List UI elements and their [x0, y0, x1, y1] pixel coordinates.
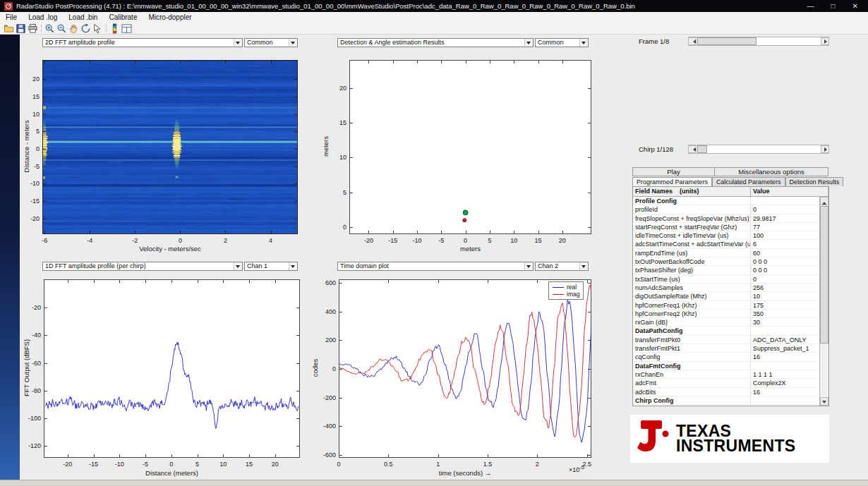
param-row[interactable]: Chirp Config	[633, 396, 819, 405]
param-field: profileId	[633, 205, 751, 213]
chevron-down-icon[interactable]	[289, 262, 297, 270]
scroll-up-arrow-icon[interactable]	[820, 197, 828, 205]
maximize-button[interactable]: □	[831, 2, 836, 10]
param-value: 0	[751, 275, 819, 283]
param-row[interactable]: hpfCornerFreq2 (Khz)350	[633, 310, 819, 318]
chevron-down-icon[interactable]	[234, 39, 242, 47]
plot-p1-channel-select[interactable]: Common	[244, 38, 298, 47]
x-tick-label: 2	[536, 461, 539, 468]
chevron-down-icon[interactable]	[579, 39, 588, 47]
param-row[interactable]: rxChanEn1 1 1 1	[633, 370, 819, 379]
zoom-in-icon[interactable]	[44, 23, 56, 34]
frame-slider-right-arrow-icon[interactable]	[821, 37, 829, 45]
menu-micro-doppler[interactable]: Micro-doppler	[143, 13, 197, 21]
menu-file[interactable]: File	[0, 13, 23, 21]
param-field: txStartTime (us)	[633, 275, 751, 283]
param-field: startFreqConst + startFreqVar (Ghz)	[633, 223, 751, 231]
param-row[interactable]: txStartTime (us)0	[633, 275, 819, 284]
param-value	[751, 197, 819, 205]
frame-slider-thumb[interactable]	[697, 37, 757, 45]
param-row[interactable]: hpfCornerFreq1 (Khz)175	[633, 301, 819, 310]
param-row[interactable]: idleTimeConst + idleTimeVar (us)100	[633, 231, 819, 240]
menu-calibrate[interactable]: Calibrate	[103, 13, 143, 21]
plot-p3-axes	[44, 279, 300, 458]
param-row[interactable]: numAdcSamples256	[633, 284, 819, 292]
plot-tools-icon[interactable]	[121, 23, 133, 34]
data-cursor-icon[interactable]	[92, 23, 104, 34]
chevron-down-icon[interactable]	[524, 39, 533, 47]
tab-programmed-parameters[interactable]: Programmed Parameters	[632, 177, 712, 186]
plot-p2-canvas[interactable]	[349, 60, 591, 234]
menu-load-log[interactable]: Load .log	[23, 13, 63, 21]
chevron-down-icon[interactable]	[289, 39, 297, 47]
legend-item-imag: imag	[553, 291, 579, 298]
chevron-down-icon[interactable]	[524, 262, 533, 270]
plot-p3-type-select[interactable]: 1D FFT amplitude profile (per chirp)	[42, 262, 243, 271]
x-tick-label: 0	[337, 461, 340, 468]
insert-colorbar-icon[interactable]	[109, 23, 121, 34]
save-icon[interactable]	[15, 23, 27, 34]
frame-slider[interactable]	[688, 37, 829, 46]
rotate-3d-icon[interactable]	[80, 23, 92, 34]
param-value: 10	[751, 292, 819, 300]
plot-p3-channel-select[interactable]: Chan 1	[244, 262, 298, 271]
param-row[interactable]: freqSlopeConst + freqSlopeVar (Mhz/us)29…	[633, 214, 819, 223]
miscellaneous-options-button[interactable]: Miscellaneous options	[714, 167, 828, 176]
param-field: digOutSampleRate (Mhz)	[633, 292, 751, 300]
param-row[interactable]: Profile Config	[633, 197, 819, 205]
close-button[interactable]: ✕	[852, 2, 858, 10]
chirp-slider-right-arrow-icon[interactable]	[821, 145, 829, 153]
x-tick-label: 20	[559, 237, 566, 244]
plot-p2-channel-select-value: Common	[538, 39, 579, 47]
parameter-table-scrollbar[interactable]	[819, 197, 828, 406]
plot-p4-canvas[interactable]	[339, 279, 591, 458]
plot-p1-canvas[interactable]	[42, 60, 298, 234]
x-tick-label: -15	[89, 461, 98, 468]
param-value: 256	[751, 284, 819, 291]
play-button[interactable]: Play	[632, 167, 715, 176]
param-row[interactable]: rxGain (dB)30	[633, 318, 819, 327]
param-row[interactable]: transferFmtPkt0ADC_DATA_ONLY	[633, 336, 819, 344]
param-row[interactable]: profileId0	[633, 205, 819, 214]
chirp-slider-thumb[interactable]	[697, 145, 707, 153]
plot-p1-type-select[interactable]: 2D FFT amplitude profile	[42, 38, 243, 47]
param-row[interactable]: adcFmtComplex2X	[633, 379, 819, 387]
tab-detection-results[interactable]: Detection Results	[785, 177, 844, 186]
plot-p4-channel-select[interactable]: Chan 2	[535, 262, 589, 271]
chirp-slider-left-arrow-icon[interactable]	[688, 145, 697, 153]
chevron-down-icon[interactable]	[579, 262, 588, 270]
param-row[interactable]: adcBits16	[633, 388, 819, 396]
plot-p3-canvas[interactable]	[44, 279, 300, 458]
scrollbar-thumb[interactable]	[820, 206, 828, 344]
pan-icon[interactable]	[68, 23, 80, 34]
param-row[interactable]: digOutSampleRate (Mhz)10	[633, 292, 819, 300]
x-tick-label: -10	[115, 461, 124, 468]
plot-p2-type-select[interactable]: Detection & Angle estimation Results	[337, 38, 534, 47]
param-row[interactable]: rampEndTime (us)60	[633, 249, 819, 257]
param-row[interactable]: txPhaseShifter (deg)0 0 0	[633, 266, 819, 274]
param-field: transferFmtPkt1	[633, 344, 751, 352]
print-icon[interactable]	[27, 23, 39, 34]
param-row[interactable]: DataFmtConfig	[633, 362, 819, 370]
param-row[interactable]: adcStartTimeConst + adcStartTimeVar (us)…	[633, 240, 819, 248]
menu-load-bin[interactable]: Load .bin	[63, 13, 103, 21]
frame-slider-left-arrow-icon[interactable]	[688, 37, 697, 45]
param-row[interactable]: startFreqConst + startFreqVar (Ghz)77	[633, 223, 819, 231]
minimize-button[interactable]: —	[807, 2, 814, 10]
param-row[interactable]: txOutPowerBackoffCode0 0 0	[633, 257, 819, 266]
plot-p2-channel-select[interactable]: Common	[535, 38, 589, 47]
param-field: hpfCornerFreq1 (Khz)	[633, 301, 751, 309]
tab-calculated-parameters[interactable]: Calculated Parameters	[712, 177, 785, 186]
chevron-down-icon[interactable]	[234, 262, 242, 270]
param-field: adcFmt	[633, 379, 751, 387]
window-title: RadarStudio PostProcessing (4.71) : E:\m…	[16, 2, 635, 10]
plot-p4-type-select[interactable]: Time domain plot	[337, 262, 534, 271]
param-row[interactable]: DataPathConfig	[633, 327, 819, 335]
chirp-slider[interactable]	[688, 145, 829, 154]
zoom-out-icon[interactable]	[56, 23, 68, 34]
scroll-down-arrow-icon[interactable]	[820, 397, 828, 406]
param-row[interactable]: transferFmtPkt1Suppress_packet_1	[633, 344, 819, 353]
y-tick-label: 0	[328, 224, 346, 231]
param-row[interactable]: cqConfig16	[633, 353, 819, 361]
open-file-icon[interactable]	[3, 23, 15, 34]
